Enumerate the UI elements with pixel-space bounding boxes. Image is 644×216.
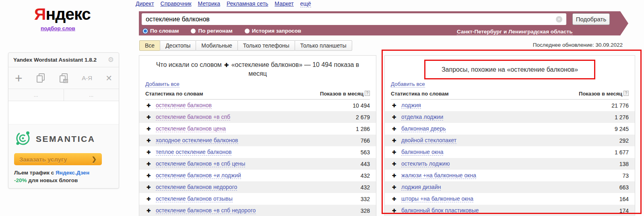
add-keyword-button[interactable] xyxy=(392,196,396,201)
keyword-link[interactable]: лоджия xyxy=(401,102,421,109)
table-row: лоджия 21 776 xyxy=(385,100,635,111)
add-phrase-icon[interactable]: + xyxy=(15,73,23,83)
add-keyword-button[interactable] xyxy=(392,114,396,120)
last-update-label: Последнее обновление: 30.09.2022 xyxy=(533,42,623,48)
radio-icon xyxy=(143,29,148,33)
add-keyword-button[interactable] xyxy=(392,161,396,166)
add-keyword-button[interactable] xyxy=(147,208,151,213)
device-tab[interactable]: Только телефоны xyxy=(237,40,295,51)
search-mode-label: По регионам xyxy=(198,28,232,34)
table-row: остекление балконов недорого 432 xyxy=(139,181,376,193)
yandex-logo[interactable]: Яндекс xyxy=(34,5,91,24)
search-mode-radio[interactable]: История запросов xyxy=(245,28,301,34)
add-keyword-button[interactable] xyxy=(147,126,151,131)
radio-icon xyxy=(245,29,250,33)
service-nav-link[interactable]: Справочник xyxy=(161,0,192,7)
keyword-link[interactable]: теплое остекление балконов xyxy=(156,149,231,156)
keyword-link[interactable]: балконные окна xyxy=(401,149,443,156)
keyword-link[interactable]: остекление балконов отзывы xyxy=(156,195,233,202)
keyword-stats-panel: Что искали со словом «остекление балконо… xyxy=(139,55,376,216)
keyword-link[interactable]: остекление балконов цена xyxy=(156,125,226,132)
keyword-link[interactable]: остекление балконов +и лоджий xyxy=(156,172,241,179)
keyword-link[interactable]: остекление балконов +в спб цены xyxy=(156,160,245,167)
table-row: холодное остекление балконов 766 xyxy=(139,135,376,146)
keyword-link[interactable]: балконный блок пластиковые xyxy=(401,207,479,214)
add-keyword-button[interactable] xyxy=(392,103,396,108)
keyword-link[interactable]: остекление балконов xyxy=(156,102,212,109)
similar-queries-panel: Запросы, похожие на «остекление балконов… xyxy=(384,55,635,216)
promo-line-1: Льем трафик с Яндекс.Дзен xyxy=(14,169,113,177)
clear-list-icon[interactable]: ✕ xyxy=(105,73,112,83)
help-icon[interactable]: ? xyxy=(365,91,370,96)
more-services-link[interactable]: ещё xyxy=(300,0,311,7)
device-tab[interactable]: Только планшеты xyxy=(295,40,352,51)
table-row: жалюзи +на балконные окна 73 xyxy=(385,170,635,181)
order-service-button[interactable]: Заказать услугу❯ xyxy=(14,153,102,165)
add-keyword-button[interactable] xyxy=(147,103,151,108)
gear-icon[interactable]: ⚙ xyxy=(108,56,114,63)
copy-icon[interactable] xyxy=(36,73,45,83)
add-keyword-button[interactable] xyxy=(147,161,151,166)
service-nav-link[interactable]: Маркет xyxy=(275,0,293,7)
table-row: балконный блок пластиковые 174 xyxy=(385,205,635,216)
keyword-link[interactable]: остеклить лоджию xyxy=(401,160,450,167)
device-tab[interactable]: Десктопы xyxy=(160,40,196,51)
keyword-link[interactable]: двойной стеклопакет xyxy=(401,137,456,144)
keyword-link[interactable]: остекление балконов +в спб недорого xyxy=(156,207,256,214)
region-link[interactable]: Санкт-Петербург и Ленинградская область xyxy=(457,29,573,35)
yandex-services-nav: Директ Справочник Метрика Рекламная сеть… xyxy=(136,0,311,7)
device-tab[interactable]: Все xyxy=(139,40,160,51)
add-keyword-button[interactable] xyxy=(392,126,396,131)
dzen-link[interactable]: Яндекс.Дзен xyxy=(56,170,89,176)
device-tab[interactable]: Мобильные xyxy=(196,40,238,51)
table-row: остекление балконов 10 494 xyxy=(139,100,376,111)
radio-icon xyxy=(191,29,196,33)
add-keyword-button[interactable] xyxy=(147,173,151,178)
shows-value: 73 xyxy=(622,172,629,179)
keyword-link[interactable]: лоджия дизайн xyxy=(401,184,441,191)
device-tab-label: Мобильные xyxy=(201,42,232,49)
add-keyword-button[interactable] xyxy=(147,138,151,143)
plus-icon xyxy=(223,61,229,68)
shows-value: 174 xyxy=(619,208,629,214)
add-keyword-button[interactable] xyxy=(147,150,151,155)
table-header: Статистика по словам Показов в месяц? xyxy=(391,91,629,100)
copy-with-numbers-icon[interactable]: 42 xyxy=(59,73,68,83)
add-all-link[interactable]: Добавить все xyxy=(391,81,425,87)
table-row: остекление балконов +в спб цены 443 xyxy=(139,158,376,170)
keyword-link[interactable]: шторы +на балконные окна xyxy=(401,195,473,202)
keyword-link[interactable]: отделка лоджии xyxy=(401,114,443,120)
wordstat-home-link[interactable]: подбор слов xyxy=(34,25,82,31)
add-keyword-button[interactable] xyxy=(392,150,396,155)
add-keyword-button[interactable] xyxy=(147,114,151,120)
assistant-counters: ... ... xyxy=(8,89,119,101)
service-nav-link[interactable]: Метрика xyxy=(198,0,220,7)
add-keyword-button[interactable] xyxy=(147,185,151,190)
clear-query-icon[interactable]: ✕ xyxy=(556,16,562,23)
keyword-link[interactable]: балконная дверь xyxy=(401,125,446,132)
keyword-link[interactable]: жалюзи +на балконные окна xyxy=(401,172,476,179)
semantica-brand-link[interactable]: SEMANTICA xyxy=(14,129,113,149)
add-keyword-button[interactable] xyxy=(392,173,396,178)
search-mode-label: История запросов xyxy=(252,28,301,34)
service-nav-link[interactable]: Рекламная сеть xyxy=(227,0,268,7)
service-nav-link[interactable]: Директ xyxy=(136,0,154,7)
shows-value: 1 276 xyxy=(615,114,629,120)
shows-value: 332 xyxy=(361,196,370,202)
keyword-link[interactable]: холодное остекление балконов xyxy=(156,137,238,144)
help-icon[interactable]: ? xyxy=(623,91,629,96)
add-keyword-button[interactable] xyxy=(392,208,396,213)
search-mode-radio[interactable]: По регионам xyxy=(191,28,232,34)
search-input[interactable] xyxy=(142,13,566,25)
sort-az-icon[interactable]: А-Я xyxy=(82,75,92,81)
submit-button[interactable]: Подобрать xyxy=(572,13,610,25)
add-keyword-button[interactable] xyxy=(147,196,151,201)
keyword-link[interactable]: остекление балконов недорого xyxy=(156,184,237,191)
keyword-link[interactable]: остекление балконов +в спб xyxy=(156,114,230,120)
add-keyword-button[interactable] xyxy=(392,138,396,143)
shows-column-header: Показов в месяц? xyxy=(320,91,370,97)
red-annotation-title-box: Запросы, похожие на «остекление балконов… xyxy=(424,60,595,79)
search-mode-radio[interactable]: По словам xyxy=(143,28,179,34)
add-all-link[interactable]: Добавить все xyxy=(145,81,180,87)
add-keyword-button[interactable] xyxy=(392,185,396,190)
